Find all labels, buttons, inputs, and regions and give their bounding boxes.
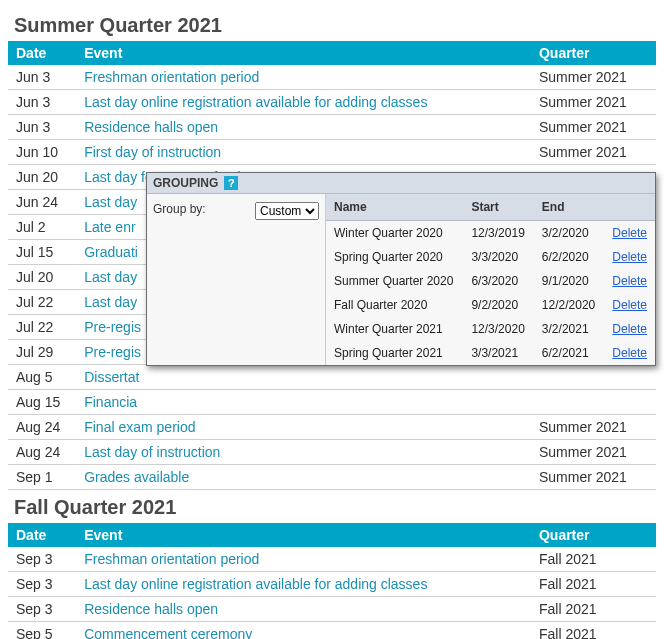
grouping-end: 3/2/2021 [534,317,604,341]
event-link[interactable]: Residence halls open [84,601,218,617]
grouping-header-end: End [534,194,604,221]
event-quarter: Summer 2021 [531,115,656,140]
grouping-start: 12/3/2019 [463,221,533,246]
event-quarter: Fall 2021 [531,572,656,597]
section-heading: Fall Quarter 2021 [14,496,656,519]
grouping-name: Spring Quarter 2021 [326,341,463,365]
grouping-row: Summer Quarter 20206/3/20209/1/2020Delet… [326,269,655,293]
event-quarter [531,390,656,415]
delete-link[interactable]: Delete [612,226,647,240]
table-row: Sep 5Commencement ceremonyFall 2021 [8,622,656,640]
event-link[interactable]: Grades available [84,469,189,485]
event-link[interactable]: Financia [84,394,137,410]
delete-link[interactable]: Delete [612,274,647,288]
grouping-name: Fall Quarter 2020 [326,293,463,317]
event-link[interactable]: Residence halls open [84,119,218,135]
section-heading: Summer Quarter 2021 [14,14,656,37]
event-link[interactable]: Pre-regis [84,344,141,360]
grouping-name: Winter Quarter 2020 [326,221,463,246]
grouping-row: Fall Quarter 20209/2/202012/2/2020Delete [326,293,655,317]
events-header-event: Event [76,41,531,65]
events-header-quarter: Quarter [531,41,656,65]
event-link[interactable]: Late enr [84,219,135,235]
event-link[interactable]: Pre-regis [84,319,141,335]
delete-link[interactable]: Delete [612,298,647,312]
table-row: Sep 3Last day online registration availa… [8,572,656,597]
delete-link[interactable]: Delete [612,322,647,336]
table-row: Jun 3Residence halls openSummer 2021 [8,115,656,140]
grouping-end: 9/1/2020 [534,269,604,293]
event-link[interactable]: Freshman orientation period [84,551,259,567]
event-link[interactable]: Last day [84,294,137,310]
group-by-label: Group by: [153,202,206,216]
event-link[interactable]: Last day online registration available f… [84,94,427,110]
group-by-panel: Group by: Custom [147,194,325,365]
grouping-start: 6/3/2020 [463,269,533,293]
table-row: Jun 3Last day online registration availa… [8,90,656,115]
table-row: Sep 1Grades availableSummer 2021 [8,465,656,490]
grouping-header-row: Name Start End [326,194,655,221]
event-date: Jul 20 [8,265,76,290]
help-icon[interactable]: ? [224,176,238,190]
event-link[interactable]: Last day online registration available f… [84,576,427,592]
grouping-popup: GROUPING ? Group by: Custom Name Start E… [146,172,656,366]
grouping-header-start: Start [463,194,533,221]
event-link[interactable]: Freshman orientation period [84,69,259,85]
event-quarter [531,365,656,390]
events-header-row: DateEventQuarter [8,523,656,547]
event-date: Sep 3 [8,572,76,597]
event-quarter: Fall 2021 [531,622,656,640]
grouping-start: 9/2/2020 [463,293,533,317]
grouping-header-name: Name [326,194,463,221]
event-date: Jul 29 [8,340,76,365]
table-row: Aug 24Last day of instructionSummer 2021 [8,440,656,465]
event-date: Jun 24 [8,190,76,215]
event-quarter: Summer 2021 [531,65,656,90]
event-quarter: Fall 2021 [531,597,656,622]
delete-link[interactable]: Delete [612,250,647,264]
grouping-name: Spring Quarter 2020 [326,245,463,269]
event-date: Jul 15 [8,240,76,265]
event-date: Jun 3 [8,115,76,140]
grouping-row: Winter Quarter 202012/3/20193/2/2020Dele… [326,221,655,246]
grouping-header-delete [604,194,655,221]
event-date: Aug 24 [8,440,76,465]
event-link[interactable]: Last day [84,269,137,285]
grouping-name: Summer Quarter 2020 [326,269,463,293]
event-date: Sep 5 [8,622,76,640]
events-header-date: Date [8,523,76,547]
event-date: Jun 3 [8,65,76,90]
event-quarter: Summer 2021 [531,415,656,440]
group-by-select[interactable]: Custom [255,202,319,220]
events-header-quarter: Quarter [531,523,656,547]
event-date: Jun 10 [8,140,76,165]
delete-link[interactable]: Delete [612,346,647,360]
event-date: Jul 22 [8,290,76,315]
grouping-end: 6/2/2021 [534,341,604,365]
event-link[interactable]: Dissertat [84,369,139,385]
event-link[interactable]: First day of instruction [84,144,221,160]
grouping-name: Winter Quarter 2021 [326,317,463,341]
grouping-start: 12/3/2020 [463,317,533,341]
event-link[interactable]: Commencement ceremony [84,626,252,639]
event-link[interactable]: Last day [84,194,137,210]
events-header-row: DateEventQuarter [8,41,656,65]
event-quarter: Fall 2021 [531,547,656,572]
table-row: Aug 24Final exam periodSummer 2021 [8,415,656,440]
event-quarter: Summer 2021 [531,90,656,115]
grouping-end: 6/2/2020 [534,245,604,269]
event-link[interactable]: Last day of instruction [84,444,220,460]
grouping-popup-title: GROUPING [153,176,218,190]
event-date: Aug 15 [8,390,76,415]
grouping-end: 3/2/2020 [534,221,604,246]
event-link[interactable]: Graduati [84,244,138,260]
event-quarter: Summer 2021 [531,140,656,165]
event-date: Sep 3 [8,547,76,572]
event-date: Aug 24 [8,415,76,440]
event-date: Jul 22 [8,315,76,340]
event-link[interactable]: Final exam period [84,419,195,435]
grouping-popup-header: GROUPING ? [147,173,655,194]
event-quarter: Summer 2021 [531,440,656,465]
event-date: Jun 20 [8,165,76,190]
grouping-row: Spring Quarter 20213/3/20216/2/2021Delet… [326,341,655,365]
